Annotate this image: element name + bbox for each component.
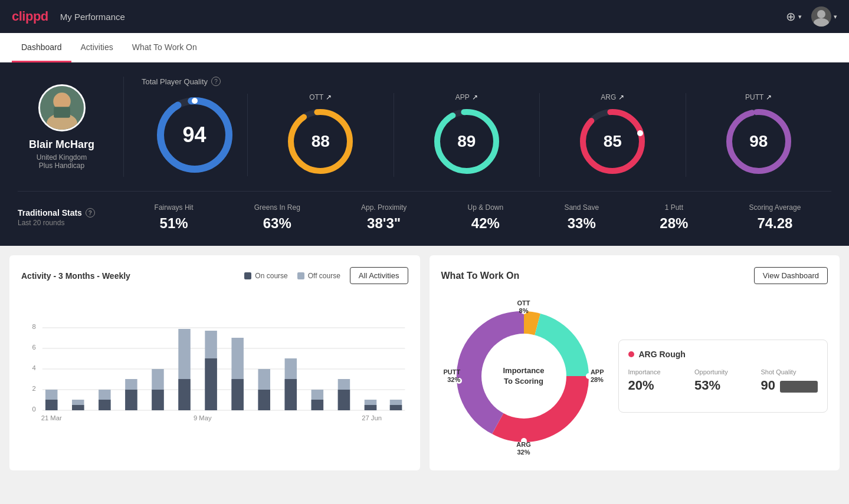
gauge-app: APP ↗ 89 <box>394 93 540 177</box>
total-quality-label: Total Player Quality ? <box>142 77 831 86</box>
tab-dashboard[interactable]: Dashboard <box>12 34 71 62</box>
bar-on-4 <box>125 390 137 410</box>
gauge-putt-label: PUTT ↗ <box>745 93 772 101</box>
arg-stat-shotquality: Shot Quality 90 <box>761 368 818 393</box>
bar-on-1 <box>45 400 57 410</box>
gauge-app-label: APP ↗ <box>455 93 478 101</box>
bar-on-7 <box>205 358 217 410</box>
arg-stat-opportunity: Opportunity 53% <box>694 368 752 393</box>
gauge-ott-wrap: 88 <box>285 106 356 177</box>
header: clippd My Performance ⊕ ▾ ▾ <box>0 0 849 33</box>
svg-text:4: 4 <box>32 364 35 371</box>
stat-group-subtitle: Last 20 rounds <box>18 219 112 227</box>
svg-text:0: 0 <box>32 406 35 413</box>
chart-svg: 0 2 4 6 8 <box>21 294 408 423</box>
bar-on-2 <box>72 405 84 410</box>
user-menu[interactable]: ▾ <box>811 6 837 27</box>
chart-title: Activity - 3 Months - Weekly <box>21 271 130 281</box>
logo[interactable]: clippd <box>12 9 48 24</box>
add-button[interactable]: ⊕ ▾ <box>786 9 802 24</box>
app-label: APP28% <box>591 368 604 384</box>
player-info: Blair McHarg United Kingdom Plus Handica… <box>18 77 124 177</box>
player-handicap: Plus Handicap <box>39 162 84 170</box>
arg-stats-row: Importance 20% Opportunity 53% Shot Qual… <box>628 368 818 393</box>
work-title: What To Work On <box>441 271 520 281</box>
ott-label: OTTOTT 8%8% <box>517 299 530 315</box>
header-left: clippd My Performance <box>12 9 125 24</box>
gauges-row: 94 OTT ↗ 88 <box>142 93 831 177</box>
arrow-up-icon: ↗ <box>326 93 332 101</box>
app-gauge-value: 89 <box>457 132 476 151</box>
work-content: ImportanceTo Scoring OTTOTT 8%8% APP28% … <box>441 294 828 459</box>
legend-off-course: Off course <box>297 272 340 280</box>
help-icon[interactable]: ? <box>86 208 95 218</box>
gauge-arg: ARG ↗ 85 <box>540 93 686 177</box>
stat-group-title: Traditional Stats ? <box>18 208 112 218</box>
stat-proximity: App. Proximity 38'3" <box>361 203 407 232</box>
legend-dot-offcourse <box>297 272 304 279</box>
svg-text:8: 8 <box>32 323 35 330</box>
arg-stat-importance: Importance 20% <box>628 368 686 393</box>
svg-text:21 Mar: 21 Mar <box>41 414 62 421</box>
bar-on-6 <box>178 379 190 410</box>
gauge-putt-wrap: 98 <box>723 106 794 177</box>
bar-on-11 <box>312 400 323 410</box>
logo-text: clippd <box>12 9 48 24</box>
gauge-arg-wrap: 85 <box>577 106 648 177</box>
svg-point-9 <box>192 98 198 104</box>
header-right: ⊕ ▾ ▾ <box>786 6 837 27</box>
putt-label: PUTT32% <box>444 368 461 384</box>
tab-what-to-work-on[interactable]: What To Work On <box>123 34 206 62</box>
chart-card: Activity - 3 Months - Weekly On course O… <box>9 255 420 470</box>
gauge-app-wrap: 89 <box>431 106 502 177</box>
help-icon[interactable]: ? <box>211 77 221 86</box>
arg-dot-indicator <box>628 351 634 357</box>
work-card: What To Work On View Dashboard <box>430 255 840 470</box>
work-header: What To Work On View Dashboard <box>441 267 828 284</box>
arg-card-title: ARG Rough <box>628 350 818 359</box>
plus-icon: ⊕ <box>786 9 796 24</box>
player-name: Blair McHarg <box>29 139 94 151</box>
stat-items: Fairways Hit 51% Greens In Reg 63% App. … <box>124 203 831 232</box>
stat-sandsave: Sand Save 33% <box>564 203 599 232</box>
gauge-putt: PUTT ↗ 98 <box>686 93 832 177</box>
gauge-ott-label: OTT ↗ <box>309 93 332 101</box>
chevron-down-icon: ▾ <box>798 13 802 21</box>
nav-tabs: Dashboard Activities What To Work On <box>0 33 849 62</box>
bar-on-12 <box>338 390 350 410</box>
stat-scoring: Scoring Average 74.28 <box>749 203 801 232</box>
bar-on-9 <box>258 390 270 410</box>
bar-on-5 <box>152 390 163 410</box>
all-activities-button[interactable]: All Activities <box>350 267 408 284</box>
arrow-up-icon: ↗ <box>618 93 624 101</box>
player-country: United Kingdom <box>37 153 87 162</box>
chart-header: Activity - 3 Months - Weekly On course O… <box>21 267 408 284</box>
svg-text:27 Jun: 27 Jun <box>362 414 382 421</box>
stat-greens: Greens In Reg 63% <box>254 203 300 232</box>
svg-text:9 May: 9 May <box>194 414 212 421</box>
tab-activities[interactable]: Activities <box>71 34 123 62</box>
arrow-up-icon: ↗ <box>766 93 772 101</box>
svg-point-1 <box>814 18 829 27</box>
arg-segment-label: ARG32% <box>516 441 530 456</box>
header-title: My Performance <box>60 12 125 22</box>
shot-quality-bar <box>780 381 818 393</box>
hero-section: Blair McHarg United Kingdom Plus Handica… <box>0 62 849 246</box>
hero-top: Blair McHarg United Kingdom Plus Handica… <box>18 77 831 192</box>
svg-rect-6 <box>54 107 70 118</box>
svg-point-14 <box>464 109 470 115</box>
gauge-main: 94 <box>142 94 248 176</box>
view-dashboard-button[interactable]: View Dashboard <box>754 267 828 284</box>
bar-on-14 <box>390 405 402 410</box>
gauge-arg-label: ARG ↗ <box>601 93 624 101</box>
stat-updown: Up & Down 42% <box>468 203 504 232</box>
svg-text:6: 6 <box>32 344 35 351</box>
arrow-up-icon: ↗ <box>472 93 478 101</box>
gauges-section: Total Player Quality ? 94 <box>124 77 831 177</box>
chart-legend: On course Off course <box>244 272 340 280</box>
arg-gauge-value: 85 <box>604 132 622 151</box>
bar-on-8 <box>231 379 243 410</box>
traditional-stats-row: Traditional Stats ? Last 20 rounds Fairw… <box>18 192 831 232</box>
legend-dot-oncourse <box>244 272 251 279</box>
svg-point-17 <box>637 130 643 136</box>
